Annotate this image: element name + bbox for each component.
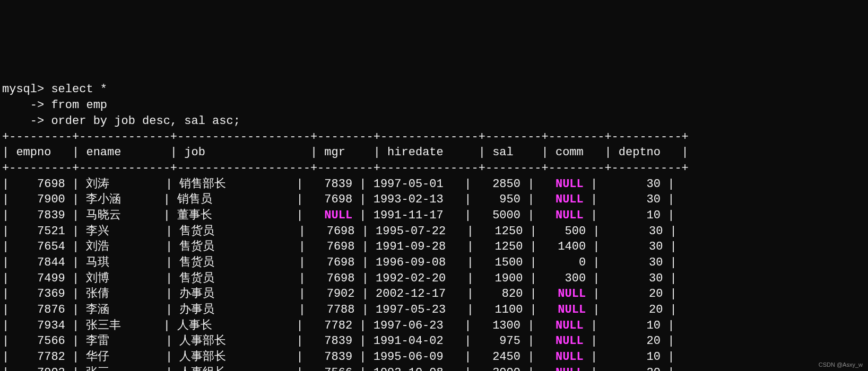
watermark: CSDN @Asxy_w xyxy=(819,361,863,369)
query-block: mysql> select * -> from emp -> order by … xyxy=(2,83,240,127)
mysql-terminal[interactable]: mysql> select * -> from emp -> order by … xyxy=(0,78,868,371)
result-table: +---------+-------------+---------------… xyxy=(2,130,689,372)
